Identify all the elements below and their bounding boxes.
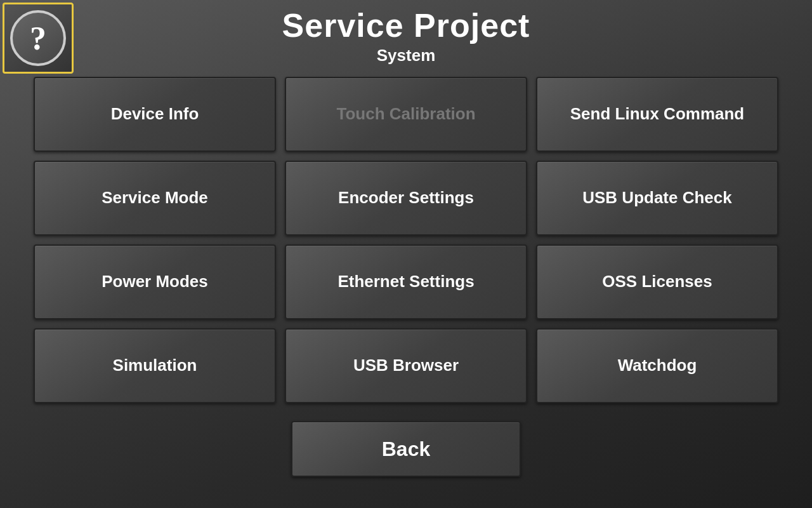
help-icon: ? <box>10 10 66 66</box>
ethernet-settings-button[interactable]: Ethernet Settings <box>285 244 527 319</box>
back-button[interactable]: Back <box>291 421 521 477</box>
page-title: Service Project <box>282 6 530 44</box>
help-button[interactable]: ? <box>3 3 74 74</box>
device-info-button[interactable]: Device Info <box>34 77 276 152</box>
usb-browser-button[interactable]: USB Browser <box>285 328 527 403</box>
back-area: Back <box>291 421 521 477</box>
page-subtitle: System <box>282 46 530 65</box>
touch-calibration-button: Touch Calibration <box>285 77 527 152</box>
oss-licenses-button[interactable]: OSS Licenses <box>536 244 778 319</box>
send-linux-command-button[interactable]: Send Linux Command <box>536 77 778 152</box>
watchdog-button[interactable]: Watchdog <box>536 328 778 403</box>
page-header: Service Project System <box>282 6 530 65</box>
service-mode-button[interactable]: Service Mode <box>34 161 276 236</box>
simulation-button[interactable]: Simulation <box>34 328 276 403</box>
usb-update-check-button[interactable]: USB Update Check <box>536 161 778 236</box>
button-grid: Device InfoTouch CalibrationSend Linux C… <box>15 77 797 403</box>
power-modes-button[interactable]: Power Modes <box>34 244 276 319</box>
encoder-settings-button[interactable]: Encoder Settings <box>285 161 527 236</box>
